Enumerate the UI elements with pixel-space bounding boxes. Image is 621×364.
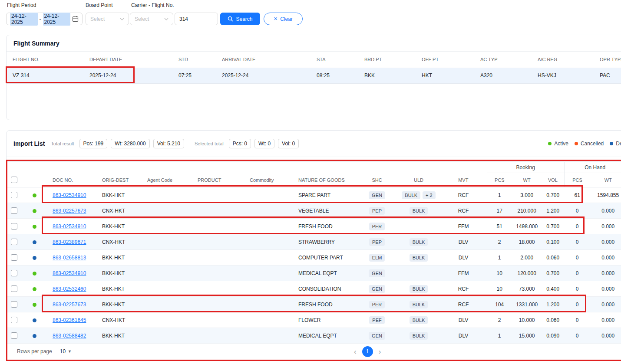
- mvt-cell: RCF: [440, 281, 487, 297]
- prev-page-button[interactable]: ‹: [354, 348, 357, 355]
- status-dot: [33, 287, 36, 291]
- pagination: ‹ 1 ›: [354, 346, 381, 357]
- board-point-select[interactable]: Select: [86, 13, 129, 25]
- flight-summary-row[interactable]: VZ 314 2025-12-24 07:25 2025-12-24 08:25…: [7, 68, 621, 83]
- doc-no-link[interactable]: 863-02532460: [53, 286, 86, 292]
- search-button[interactable]: Search: [220, 13, 260, 25]
- shc-tag: GEN: [369, 332, 385, 340]
- board-point-label: Board Point: [86, 2, 113, 8]
- col-orig-dest: ORIG-DEST: [95, 173, 140, 187]
- nature-of-goods-cell: MEDICAL EQPT: [291, 328, 357, 344]
- doc-no-link[interactable]: 863-02361645: [53, 317, 86, 323]
- booking-pcs-cell: 2: [487, 234, 512, 250]
- clear-button[interactable]: ✕ Clear: [264, 13, 303, 25]
- onhand-pcs-cell: 0: [564, 266, 590, 281]
- onhand-wt-cell: 0.000: [590, 328, 621, 344]
- next-page-button[interactable]: ›: [379, 348, 381, 355]
- orig-dest-cell: CNX-HKT: [95, 203, 140, 219]
- col-off-pt: OFF PT: [416, 52, 474, 68]
- row-checkbox[interactable]: [11, 332, 17, 339]
- row-checkbox[interactable]: [11, 285, 17, 292]
- flight-period-range-input[interactable]: 24-12-2025 - 24-12-2025: [6, 13, 83, 25]
- col-ac-typ: AC TYP: [474, 52, 532, 68]
- doc-no-link[interactable]: 863-02534910: [53, 192, 86, 198]
- uld-tag: BULK: [410, 316, 428, 324]
- booking-vol-cell: 0.700: [542, 187, 564, 203]
- import-row[interactable]: 863-02532460 BKK-HKT CONSOLIDATION GEN B…: [7, 281, 621, 297]
- row-checkbox[interactable]: [11, 254, 17, 261]
- nature-of-goods-cell: MEDICAL EQPT: [291, 266, 357, 281]
- mvt-cell: DLV: [440, 312, 487, 328]
- row-checkbox[interactable]: [11, 301, 17, 308]
- row-checkbox[interactable]: [11, 317, 17, 323]
- import-row[interactable]: 863-02658813 BKK-HKT COMPUTER PART ELM B…: [7, 250, 621, 266]
- date-from-value: 24-12-2025: [10, 13, 38, 26]
- total-badge: Pcs: 199: [79, 139, 108, 148]
- nature-of-goods-cell: STRAWBERRY: [291, 234, 357, 250]
- import-row[interactable]: 863-02257673 BKK-HKT FRESH FOOD PER BULK: [7, 297, 621, 312]
- status-dot: [33, 225, 36, 229]
- doc-no-link[interactable]: 863-02389671: [53, 239, 86, 245]
- doc-no-link[interactable]: 863-02588482: [53, 333, 86, 339]
- mvt-cell: DLV: [440, 250, 487, 266]
- col-mvt: MVT: [440, 173, 487, 187]
- row-checkbox[interactable]: [11, 207, 17, 214]
- col-nature-of-goods: NATURE OF GOODS: [291, 173, 357, 187]
- onhand-group-header: On Hand: [564, 162, 621, 173]
- import-row[interactable]: 863-02534910 BKK-HKT SPARE PART GEN BULK…: [7, 187, 621, 203]
- calendar-icon: [72, 16, 79, 22]
- doc-no-link[interactable]: 863-02257673: [53, 302, 86, 308]
- carrier-select[interactable]: Select: [130, 13, 173, 25]
- rows-per-page-value: 10: [60, 348, 66, 354]
- doc-no-link[interactable]: 863-02257673: [53, 208, 86, 214]
- status-dot: [33, 193, 36, 197]
- col-arrival-date: ARRIVAL DATE: [216, 52, 310, 68]
- select-all-checkbox[interactable]: [11, 177, 17, 183]
- rows-per-page-select[interactable]: 10 ▼: [60, 348, 72, 354]
- col-shc: SHC: [357, 173, 397, 187]
- onhand-pcs-cell: 0: [564, 312, 590, 328]
- orig-dest-cell: BKK-HKT: [95, 328, 140, 344]
- booking-pcs-cell: 1: [487, 187, 512, 203]
- commodity-cell: [243, 250, 291, 266]
- row-checkbox[interactable]: [11, 223, 17, 230]
- nature-of-goods-cell: VEGETABLE: [291, 203, 357, 219]
- air-cargo-import-page: Flight Period Board Point Carrier - Flig…: [0, 0, 621, 364]
- orig-dest-cell: CNX-HKT: [95, 312, 140, 328]
- doc-no-link[interactable]: 863-02534910: [53, 223, 86, 230]
- import-row[interactable]: 863-02257673 CNX-HKT VEGETABLE PEP BULK: [7, 203, 621, 219]
- clear-icon: ✕: [274, 16, 277, 22]
- import-row[interactable]: 863-02534910 BKK-HKT FRESH FOOD PER: [7, 219, 621, 234]
- import-row[interactable]: 863-02588482 BKK-HKT MEDICAL EQPT GEN BU…: [7, 328, 621, 344]
- selected-badge: Wt: 0: [254, 139, 274, 148]
- flight-summary-table: FLIGHT NO. DEPART DATE STD ARRIVAL DATE …: [7, 52, 621, 84]
- current-page-button[interactable]: 1: [362, 346, 373, 357]
- import-row[interactable]: 863-02361645 CNX-HKT FLOWER PEF BULK: [7, 312, 621, 328]
- ac-reg-cell: HS-VKJ: [532, 68, 594, 83]
- flight-no-input[interactable]: [175, 13, 218, 25]
- status-dot: [33, 209, 36, 213]
- brd-pt-cell: BKK: [358, 68, 416, 83]
- import-row[interactable]: 863-02534910 BKK-HKT MEDICAL EQPT GEN: [7, 266, 621, 281]
- total-result-label: Total result: [51, 141, 74, 146]
- doc-no-link[interactable]: 863-02534910: [53, 270, 86, 276]
- mvt-cell: RCF: [440, 297, 487, 312]
- orig-dest-cell: BKK-HKT: [95, 281, 140, 297]
- row-checkbox[interactable]: [11, 192, 17, 198]
- flight-summary-panel: Flight Summary FLIGHT NO. DEPART DATE ST…: [6, 35, 621, 120]
- agent-code-cell: [140, 266, 191, 281]
- mvt-cell: RCF: [440, 203, 487, 219]
- status-dot: [33, 240, 36, 244]
- import-row[interactable]: 863-02389671 CNX-HKT STRAWBERRY PEP BULK: [7, 234, 621, 250]
- row-checkbox[interactable]: [11, 239, 17, 245]
- commodity-cell: [243, 203, 291, 219]
- doc-no-link[interactable]: 863-02658813: [53, 255, 86, 261]
- onhand-pcs-cell: 0: [564, 281, 590, 297]
- row-checkbox[interactable]: [11, 270, 17, 276]
- import-list-footer: Rows per page 10 ▼ ‹ 1 ›: [7, 342, 621, 361]
- col-uld: ULD: [397, 173, 440, 187]
- uld-extra-tag[interactable]: + 2: [423, 191, 436, 199]
- shc-tag: GEN: [369, 191, 385, 199]
- uld-tag: BULK: [410, 301, 428, 308]
- shc-tag: PER: [369, 223, 385, 230]
